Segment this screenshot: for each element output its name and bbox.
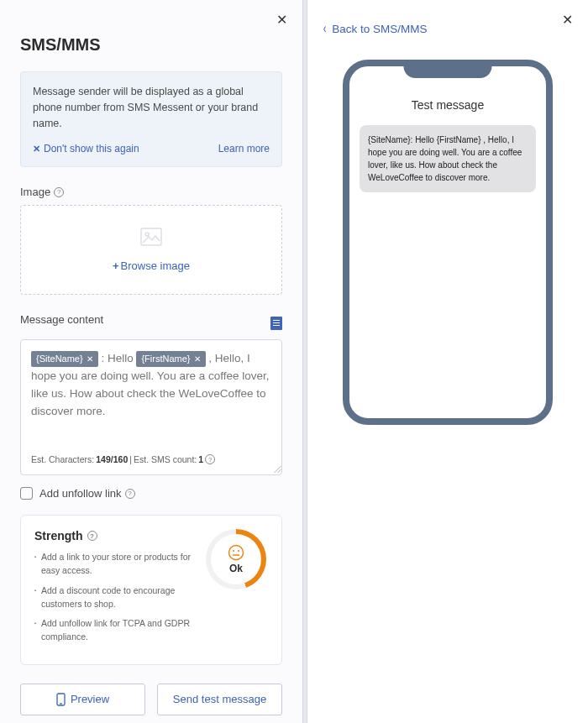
remove-token-icon[interactable]: ✕ xyxy=(194,354,201,364)
strength-rating: Ok xyxy=(229,563,243,574)
help-icon[interactable]: ? xyxy=(54,187,64,197)
image-dropzone[interactable]: +Browse image xyxy=(20,205,282,295)
strength-card: Strength ? Add a link to your store or p… xyxy=(20,515,282,665)
image-placeholder-icon xyxy=(140,234,162,249)
document-icon[interactable] xyxy=(270,317,282,330)
strength-ring: Ok xyxy=(204,529,268,651)
message-header: Message content xyxy=(20,313,282,333)
remove-token-icon[interactable]: ✕ xyxy=(87,354,93,364)
strength-tips: Strength ? Add a link to your store or p… xyxy=(34,529,194,651)
svg-point-1 xyxy=(145,233,149,236)
resize-handle-icon[interactable] xyxy=(271,464,280,473)
svg-point-2 xyxy=(229,546,244,560)
phone-icon xyxy=(56,693,66,706)
help-icon[interactable]: ? xyxy=(205,454,215,464)
phone-frame: Test message {SiteName}: Hello {FirstNam… xyxy=(343,60,553,425)
phone-notch xyxy=(404,61,492,78)
footer-buttons: Preview Send test message xyxy=(20,684,282,715)
unfollow-checkbox[interactable] xyxy=(20,487,33,500)
close-icon[interactable]: ✕ xyxy=(562,12,573,28)
unfollow-label: Add unfollow link ? xyxy=(39,487,135,500)
learn-more-link[interactable]: Learn more xyxy=(218,143,270,155)
message-content[interactable]: {SiteName}✕ : Hello {FirstName}✕ , Hello… xyxy=(31,350,271,443)
strength-tip: Add unfollow link for TCPA and GDPR comp… xyxy=(34,617,194,644)
page-title: SMS/MMS xyxy=(20,35,282,55)
x-icon: ✕ xyxy=(33,144,40,154)
sitename-token[interactable]: {SiteName}✕ xyxy=(31,351,98,366)
strength-tip: Add a link to your store or products for… xyxy=(34,551,194,578)
progress-ring: Ok xyxy=(206,529,266,589)
image-label: Image ? xyxy=(20,186,282,198)
ring-inner: Ok xyxy=(211,534,261,584)
neutral-face-icon xyxy=(228,544,244,561)
info-text: Message sender will be displayed as a gl… xyxy=(33,84,270,131)
preview-panel: ✕ ‹ Back to SMS/MMS Test message {SiteNa… xyxy=(307,0,588,723)
firstname-token[interactable]: {FirstName}✕ xyxy=(136,351,205,366)
help-icon[interactable]: ? xyxy=(125,489,135,499)
message-bubble: {SiteName}: Hello {FirstName} , Hello, I… xyxy=(360,125,536,192)
svg-point-4 xyxy=(238,550,239,552)
dont-show-link[interactable]: ✕Don't show this again xyxy=(33,143,139,155)
preview-title: Test message xyxy=(349,98,546,112)
svg-point-3 xyxy=(233,550,234,552)
svg-rect-0 xyxy=(141,228,161,245)
back-link[interactable]: ‹ Back to SMS/MMS xyxy=(323,22,428,35)
message-editor[interactable]: {SiteName}✕ : Hello {FirstName}✕ , Hello… xyxy=(20,339,282,475)
message-stats: Est. Characters: 149/160 | Est. SMS coun… xyxy=(31,454,271,464)
preview-button[interactable]: Preview xyxy=(20,684,145,715)
close-icon[interactable]: ✕ xyxy=(276,12,287,28)
message-label: Message content xyxy=(20,313,103,326)
help-icon[interactable]: ? xyxy=(87,531,97,541)
info-banner: Message sender will be displayed as a gl… xyxy=(20,71,282,167)
strength-tip: Add a discount code to encourage custome… xyxy=(34,584,194,611)
editor-panel: ✕ SMS/MMS Message sender will be display… xyxy=(0,0,302,723)
chevron-left-icon: ‹ xyxy=(323,22,327,35)
info-actions: ✕Don't show this again Learn more xyxy=(33,143,270,155)
send-test-button[interactable]: Send test message xyxy=(157,684,282,715)
strength-title: Strength ? xyxy=(34,529,194,542)
browse-image-link[interactable]: +Browse image xyxy=(21,259,281,272)
unfollow-row: Add unfollow link ? xyxy=(20,487,282,500)
plus-icon: + xyxy=(113,259,119,272)
